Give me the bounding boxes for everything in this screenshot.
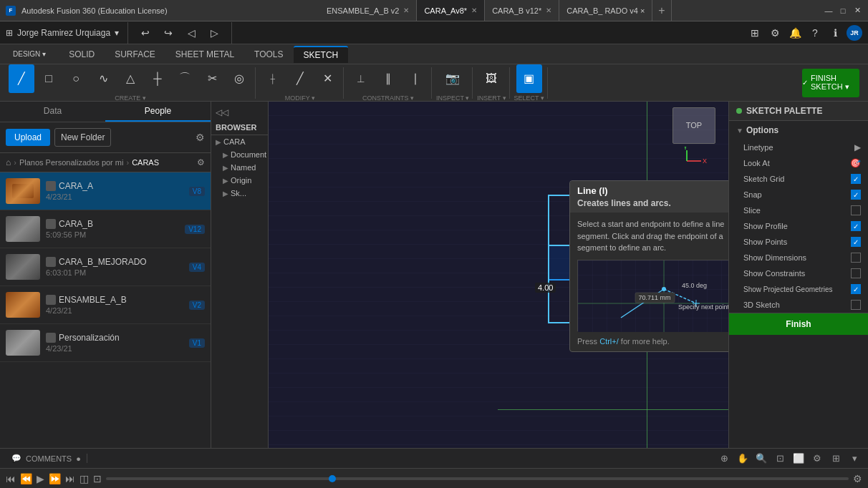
grid-display-button[interactable]: ⊞ (828, 451, 844, 467)
browser-item-origin[interactable]: ▶ Origin (211, 174, 268, 187)
modify-tool-3[interactable]: ✕ (314, 64, 340, 93)
help-button[interactable]: ? (806, 24, 824, 42)
tab-ensamble-close[interactable]: ✕ (403, 6, 409, 14)
minimize-button[interactable]: — (824, 6, 834, 16)
new-folder-button[interactable]: New Folder (54, 128, 111, 147)
menu-tab-surface[interactable]: SURFACE (105, 47, 165, 62)
design-button[interactable]: DESIGN ▾ (6, 47, 53, 61)
show-dimensions-checkbox[interactable] (851, 253, 861, 263)
browser-item-named[interactable]: ▶ Named (211, 161, 268, 174)
redo-button[interactable]: ↪ (160, 24, 177, 42)
modify-tool-1[interactable]: ⟊ (260, 64, 286, 93)
timeline-forward-button[interactable]: ⏩ (49, 473, 61, 484)
timeline-frame-icon-2[interactable]: ⊡ (93, 473, 102, 484)
sidebar-item-ensamble[interactable]: ENSAMBLE_A_B 4/23/21 V2 (0, 286, 211, 324)
maximize-button[interactable]: □ (838, 6, 848, 16)
viewcube[interactable]: TOP X Y (665, 107, 723, 165)
back-button[interactable]: ◁ (183, 24, 200, 42)
viewcube-box[interactable]: TOP (672, 107, 715, 144)
close-button[interactable]: ✕ (852, 6, 862, 16)
linetype-icon[interactable]: ▶ (854, 142, 861, 152)
zoom-fit-button[interactable]: ⊡ (772, 451, 788, 467)
show-points-checkbox[interactable]: ✓ (851, 237, 861, 247)
sidebar-tab-people[interactable]: People (105, 102, 211, 122)
offset-tool-button[interactable]: ◎ (226, 64, 252, 93)
sketch-grid-checkbox[interactable]: ✓ (851, 174, 861, 184)
trim-tool-button[interactable]: ✂ (199, 64, 225, 93)
sidebar-item-cara-b-mejorado[interactable]: CARA_B_MEJORADO 6:03:01 PM V4 (0, 248, 211, 286)
orbit-button[interactable]: ⊕ (716, 451, 732, 467)
user-menu[interactable]: ⊞ Jorge Ramirez Urquiaga ▾ (6, 28, 119, 38)
undo-button[interactable]: ↩ (137, 24, 154, 42)
rect-tool-button[interactable]: □ (36, 64, 62, 93)
finish-sketch-button[interactable]: ✓ FINISH SKETCH ▾ (802, 69, 859, 97)
notification-button[interactable]: 🔔 (786, 24, 804, 42)
timeline-frame-icon-1[interactable]: ◫ (79, 473, 89, 484)
line-tool-button[interactable]: ╱ (9, 64, 34, 93)
options-section-header[interactable]: ▼ Options (729, 121, 868, 140)
spline-tool-button[interactable]: ∿ (90, 64, 116, 93)
sidebar-item-personalizacion[interactable]: Personalización 4/23/21 V1 (0, 324, 211, 362)
tab-cara-av8-close[interactable]: ✕ (471, 6, 477, 14)
timeline-back-button[interactable]: ⏪ (20, 473, 32, 484)
constraints-tool-3[interactable]: ∣ (402, 64, 428, 93)
timeline-start-button[interactable]: ⏮ (6, 473, 16, 484)
display-settings-button[interactable]: ⚙ (809, 451, 825, 467)
sidebar-item-cara-b[interactable]: CARA_B 5:09:56 PM V12 (0, 210, 211, 248)
menu-tab-sheet-metal[interactable]: SHEET METAL (165, 47, 244, 62)
circle-tool-button[interactable]: ○ (63, 64, 89, 93)
info-button[interactable]: ℹ (826, 24, 844, 42)
snap-checkbox[interactable]: ✓ (851, 190, 861, 200)
nav-left-icon[interactable]: ◁◁ (216, 107, 228, 117)
timeline-end-button[interactable]: ⏭ (65, 473, 75, 484)
palette-finish-button[interactable]: Finish (729, 313, 868, 335)
look-at-icon[interactable]: 🎯 (850, 158, 861, 168)
sidebar-settings-icon[interactable]: ⚙ (196, 132, 205, 143)
upload-button[interactable]: Upload (6, 129, 50, 146)
grid-view-button[interactable]: ⊞ (746, 24, 763, 42)
show-projected-checkbox[interactable]: ✓ (851, 284, 861, 294)
constraints-tool-2[interactable]: ∥ (375, 64, 401, 93)
sidebar-item-cara-a[interactable]: CARA_A 4/23/21 V8 (0, 172, 211, 210)
settings-button[interactable]: ⚙ (766, 24, 783, 42)
breadcrumb-item-1[interactable]: Planos Personalizados por mi (19, 158, 124, 167)
cross-tool-button[interactable]: ┼ (145, 64, 170, 93)
insert-tool[interactable]: 🖼 (478, 64, 504, 93)
show-constraints-checkbox[interactable] (851, 268, 861, 278)
home-icon[interactable]: ⌂ (6, 157, 11, 167)
browser-item-cara[interactable]: ▶ CARA (211, 135, 268, 148)
sketch-3d-checkbox[interactable] (851, 300, 861, 310)
slice-checkbox[interactable] (851, 205, 861, 215)
tab-cara-bv12[interactable]: CARA_B v12* ✕ (485, 0, 559, 21)
timeline-settings-icon[interactable]: ⚙ (853, 473, 862, 484)
view-cube-btn[interactable]: ⬜ (791, 451, 806, 467)
forward-button[interactable]: ▷ (206, 24, 223, 42)
pan-button[interactable]: ✋ (735, 451, 751, 467)
tab-cara-b-rado[interactable]: CARA_B_ RADO v4 × (559, 0, 652, 21)
more-view-options[interactable]: ▾ (847, 451, 862, 467)
avatar[interactable]: JR (847, 25, 862, 41)
browser-item-document[interactable]: ▶ Document (211, 148, 268, 161)
sidebar-tab-data[interactable]: Data (0, 102, 105, 122)
menu-tab-sketch[interactable]: SKETCH (294, 46, 349, 63)
tab-cara-av8[interactable]: CARA_Av8* ✕ (417, 0, 485, 21)
browser-item-sketches[interactable]: ▶ Sk... (211, 187, 268, 200)
breadcrumb-item-2[interactable]: CARAS (132, 158, 159, 167)
canvas-area[interactable]: 55.00 4.00 4.00 20.00 20.00 Line (l) Cre… (269, 102, 728, 448)
select-tool[interactable]: ▣ (516, 64, 542, 93)
breadcrumb-settings-icon[interactable]: ⚙ (197, 157, 205, 167)
arc-tool-button[interactable]: ⌒ (172, 64, 198, 93)
polygon-tool-button[interactable]: △ (117, 64, 143, 93)
zoom-button[interactable]: 🔍 (753, 451, 769, 467)
inspect-tool[interactable]: 📷 (440, 64, 466, 93)
tab-ensamble[interactable]: ENSAMBLE_A_B v2 ✕ (319, 0, 418, 21)
timeline-track[interactable] (106, 477, 849, 480)
constraints-tool-1[interactable]: ⟂ (348, 64, 374, 93)
menu-tab-solid[interactable]: SOLID (59, 47, 105, 62)
modify-tool-2[interactable]: ╱ (287, 64, 313, 93)
tab-new[interactable]: + (652, 0, 671, 21)
timeline-thumb[interactable] (329, 475, 336, 482)
show-profile-checkbox[interactable]: ✓ (851, 221, 861, 231)
timeline-play-button[interactable]: ▶ (37, 473, 44, 484)
comments-toggle[interactable]: ● (76, 454, 81, 463)
